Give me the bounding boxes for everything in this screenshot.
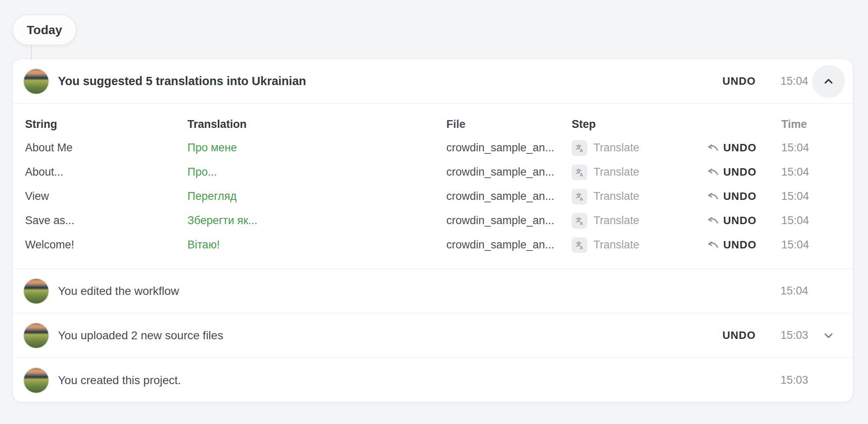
timeline-connector [31,44,32,60]
string-cell: About... [25,166,187,178]
svg-text:A: A [579,148,583,153]
undo-button-label: UNDO [723,75,756,88]
string-cell: Welcome! [25,239,187,251]
row-undo-button[interactable]: UNDO [711,214,757,227]
translation-link[interactable]: Вітаю! [187,239,446,251]
file-cell: crowdin_sample_an... [446,141,572,154]
column-header-file: File [446,118,572,131]
svg-text:A: A [579,196,583,201]
undo-arrow-icon [707,216,720,225]
column-header-time: Time [781,118,813,131]
row-undo-label: UNDO [723,166,757,178]
file-cell: crowdin_sample_an... [446,190,572,203]
step-label: Translate [593,239,639,251]
translation-link[interactable]: Про... [187,166,446,178]
translation-link[interactable]: Перегляд [187,190,446,203]
activity-card: You suggested 5 translations into Ukrain… [12,59,853,402]
translate-icon: A [572,237,587,253]
chevron-up-icon [822,74,836,88]
file-cell: crowdin_sample_an... [446,214,572,227]
row-undo-button[interactable]: UNDO [711,239,757,251]
undo-button[interactable]: UNDO [723,75,756,88]
undo-arrow-icon [707,192,720,201]
undo-arrow-icon [707,241,720,250]
avatar [24,69,48,94]
svg-text:A: A [579,172,583,177]
activity-page: Today You suggested 5 translations into … [0,0,868,424]
row-undo-label: UNDO [723,141,757,154]
activity-time: 15:04 [780,75,812,88]
row-time: 15:04 [781,166,813,178]
step-label: Translate [593,190,639,203]
activity-title: You edited the workflow [58,285,179,298]
undo-button-label: UNDO [723,329,756,342]
row-time: 15:04 [781,239,813,251]
translate-icon: A [572,189,587,204]
activity-time: 15:03 [780,329,812,342]
avatar [24,279,48,304]
row-undo-button[interactable]: UNDO [711,166,757,178]
translation-link[interactable]: Про мене [187,141,446,154]
svg-text:A: A [579,220,583,225]
date-badge: Today [12,14,76,45]
step-label: Translate [593,214,639,227]
file-cell: crowdin_sample_an... [446,239,572,251]
row-undo-label: UNDO [723,190,757,203]
column-header-string: String [25,118,187,131]
svg-text:A: A [579,245,583,250]
table-row: Save as... Зберегти як... crowdin_sample… [13,209,853,233]
activity-row-uploaded: You uploaded 2 new source files UNDO 15:… [13,313,853,357]
step-label: Translate [593,141,639,154]
step-cell: A Translate [572,213,711,229]
string-cell: Save as... [25,214,187,227]
translate-icon: A [572,213,587,229]
table-header-row: String Translation File Step Time [13,113,853,136]
translations-table: String Translation File Step Time About … [13,103,853,269]
activity-title: You created this project. [58,374,181,387]
step-cell: A Translate [572,237,711,253]
avatar [24,368,48,393]
activity-row-suggested: You suggested 5 translations into Ukrain… [13,59,853,103]
activity-title: You suggested 5 translations into Ukrain… [58,74,306,88]
activity-row-created: You created this project. 15:03 [13,357,853,402]
string-cell: View [25,190,187,203]
step-label: Translate [593,166,639,178]
file-cell: crowdin_sample_an... [446,166,572,178]
table-row: Welcome! Вітаю! crowdin_sample_an... A [13,233,853,257]
collapse-button[interactable] [812,65,845,98]
column-header-step: Step [572,118,711,131]
row-time: 15:04 [781,214,813,227]
row-undo-label: UNDO [723,239,757,251]
table-row: About Me Про мене crowdin_sample_an... A [13,136,853,160]
activity-title: You uploaded 2 new source files [58,329,223,342]
row-undo-button[interactable]: UNDO [711,141,757,154]
row-undo-label: UNDO [723,214,757,227]
activity-time: 15:04 [780,285,812,297]
row-time: 15:04 [781,190,813,203]
expand-button[interactable] [812,319,845,352]
activity-time: 15:03 [780,374,812,387]
step-cell: A Translate [572,165,711,180]
undo-arrow-icon [707,144,720,153]
table-row: About... Про... crowdin_sample_an... A [13,160,853,184]
activity-row-workflow: You edited the workflow 15:04 [13,269,853,313]
avatar [24,323,48,348]
table-row: View Перегляд crowdin_sample_an... A [13,184,853,209]
step-cell: A Translate [572,140,711,156]
row-undo-button[interactable]: UNDO [711,190,757,203]
translation-link[interactable]: Зберегти як... [187,214,446,227]
row-time: 15:04 [781,141,813,154]
translate-icon: A [572,165,587,180]
undo-arrow-icon [707,168,720,177]
translate-icon: A [572,140,587,156]
date-badge-label: Today [27,23,62,37]
chevron-down-icon [822,329,836,343]
step-cell: A Translate [572,189,711,204]
string-cell: About Me [25,141,187,154]
column-header-translation: Translation [187,118,446,131]
undo-button[interactable]: UNDO [723,329,756,342]
